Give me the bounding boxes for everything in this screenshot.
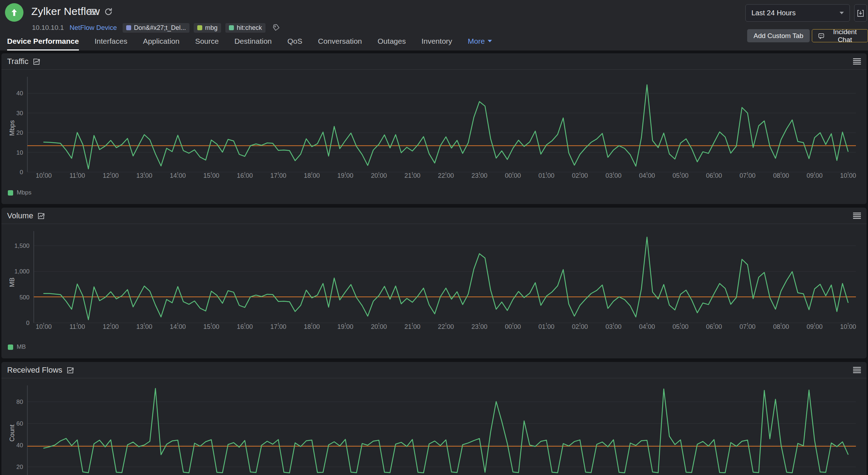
svg-text:14:00: 14:00 <box>170 172 186 179</box>
svg-text:23:00: 23:00 <box>471 323 487 330</box>
tab-destination[interactable]: Destination <box>234 33 272 50</box>
svg-text:17:00: 17:00 <box>270 323 286 330</box>
tab-qos[interactable]: QoS <box>288 33 302 50</box>
tab-bar: Device PerformanceInterfacesApplicationS… <box>7 33 492 50</box>
svg-text:07:00: 07:00 <box>740 323 756 330</box>
tag-label: mbg <box>205 24 218 32</box>
svg-text:1,500: 1,500 <box>14 242 30 249</box>
volume-chart: 05001,0001,50010:0011:0012:0013:0014:001… <box>4 225 864 343</box>
received-flows-panel: Received Flows Count 2040608010:0011:001… <box>1 362 867 475</box>
top-bar: Zylker Netflow 10.10.10.1 NetFlow Device… <box>0 0 868 50</box>
svg-text:07:00: 07:00 <box>740 172 756 179</box>
panel-header: Volume <box>1 208 867 224</box>
svg-text:19:00: 19:00 <box>337 172 353 179</box>
svg-text:00:00: 00:00 <box>505 323 521 330</box>
legend-item[interactable]: MB <box>8 343 26 351</box>
svg-text:00:00: 00:00 <box>505 172 521 179</box>
svg-text:20: 20 <box>16 464 23 470</box>
incident-chat-button[interactable]: Incident Chat <box>812 29 868 42</box>
tag-label: hit:check <box>237 24 262 32</box>
tag-color-swatch <box>229 25 234 30</box>
time-range-select[interactable]: Last 24 Hours <box>745 4 850 22</box>
device-type-link[interactable]: NetFlow Device <box>70 24 117 32</box>
svg-text:18:00: 18:00 <box>304 323 320 330</box>
svg-text:10:00: 10:00 <box>840 323 856 330</box>
up-arrow-icon <box>10 8 19 17</box>
custom-period-button[interactable] <box>854 4 867 22</box>
svg-text:20:00: 20:00 <box>371 172 387 179</box>
legend-label: Mbps <box>17 189 32 196</box>
svg-text:16:00: 16:00 <box>237 323 253 330</box>
legend-item[interactable]: Mbps <box>8 189 32 196</box>
svg-text:08:00: 08:00 <box>773 172 789 179</box>
trend-expand-icon[interactable] <box>37 212 45 220</box>
time-range-value: Last 24 Hours <box>751 9 796 17</box>
svg-text:16:00: 16:00 <box>237 172 253 179</box>
svg-text:11:00: 11:00 <box>69 323 85 330</box>
panel-header: Traffic <box>1 53 867 70</box>
legend-swatch <box>8 190 13 196</box>
chart-menu-icon[interactable] <box>853 367 861 373</box>
svg-text:03:00: 03:00 <box>605 172 621 179</box>
chart-menu-icon[interactable] <box>853 213 861 219</box>
chevron-down-icon <box>840 12 844 14</box>
svg-text:19:00: 19:00 <box>337 323 353 330</box>
add-custom-tab-button[interactable]: Add Custom Tab <box>747 29 810 42</box>
refresh-icon[interactable] <box>104 7 113 16</box>
svg-text:30: 30 <box>16 110 23 117</box>
panel-title: Received Flows <box>7 365 62 375</box>
svg-text:15:00: 15:00 <box>203 172 219 179</box>
svg-text:12:00: 12:00 <box>103 323 119 330</box>
tab-conversation[interactable]: Conversation <box>318 33 362 50</box>
trend-expand-icon[interactable] <box>33 58 40 65</box>
tag-icon[interactable] <box>272 23 280 32</box>
svg-text:01:00: 01:00 <box>539 323 554 330</box>
svg-text:02:00: 02:00 <box>572 172 588 179</box>
tab-source[interactable]: Source <box>195 33 219 50</box>
tag-label: Don&#x27;t_Del... <box>134 24 186 32</box>
svg-text:04:00: 04:00 <box>639 172 655 179</box>
svg-text:21:00: 21:00 <box>404 323 420 330</box>
tab-device-performance[interactable]: Device Performance <box>7 33 79 50</box>
svg-text:40: 40 <box>16 90 23 97</box>
svg-text:22:00: 22:00 <box>438 172 454 179</box>
svg-text:14:00: 14:00 <box>170 323 186 330</box>
svg-text:12:00: 12:00 <box>103 172 119 179</box>
tab-outages[interactable]: Outages <box>377 33 406 50</box>
volume-panel: Volume MB 05001,0001,50010:0011:0012:001… <box>1 208 867 358</box>
panel-title: Volume <box>7 211 33 220</box>
svg-text:04:00: 04:00 <box>639 323 655 330</box>
traffic-panel: Traffic Mbps 01020304010:0011:0012:0013:… <box>1 53 867 204</box>
svg-text:11:00: 11:00 <box>69 172 85 179</box>
device-ip: 10.10.10.1 <box>32 24 64 32</box>
svg-text:05:00: 05:00 <box>673 172 688 179</box>
svg-text:20: 20 <box>16 129 23 136</box>
tag-chip[interactable]: mbg <box>194 23 221 33</box>
tab-more[interactable]: More <box>468 33 492 50</box>
svg-text:23:00: 23:00 <box>471 172 487 179</box>
chevron-down-icon <box>488 40 492 42</box>
svg-text:10:00: 10:00 <box>840 172 856 179</box>
tag-chip[interactable]: hit:check <box>225 23 266 33</box>
chart-menu-icon[interactable] <box>853 58 861 65</box>
svg-text:03:00: 03:00 <box>605 323 621 330</box>
tab-interfaces[interactable]: Interfaces <box>95 33 127 50</box>
hamburger-menu-icon[interactable] <box>87 8 97 16</box>
tag-color-swatch <box>197 25 202 30</box>
svg-text:20:00: 20:00 <box>371 323 387 330</box>
tag-chip[interactable]: Don&#x27;t_Del... <box>123 23 189 33</box>
svg-text:06:00: 06:00 <box>706 172 722 179</box>
device-avatar <box>5 3 23 22</box>
svg-text:08:00: 08:00 <box>773 323 789 330</box>
legend-swatch <box>8 345 13 350</box>
svg-text:0: 0 <box>20 169 23 176</box>
trend-expand-icon[interactable] <box>66 367 74 374</box>
tab-inventory[interactable]: Inventory <box>422 33 452 50</box>
calendar-arrow-icon <box>856 9 865 18</box>
panel-header: Received Flows <box>1 362 867 378</box>
svg-text:10:00: 10:00 <box>36 323 52 330</box>
svg-text:10: 10 <box>16 149 23 156</box>
svg-text:13:00: 13:00 <box>136 172 152 179</box>
tab-application[interactable]: Application <box>143 33 180 50</box>
svg-text:06:00: 06:00 <box>706 323 722 330</box>
